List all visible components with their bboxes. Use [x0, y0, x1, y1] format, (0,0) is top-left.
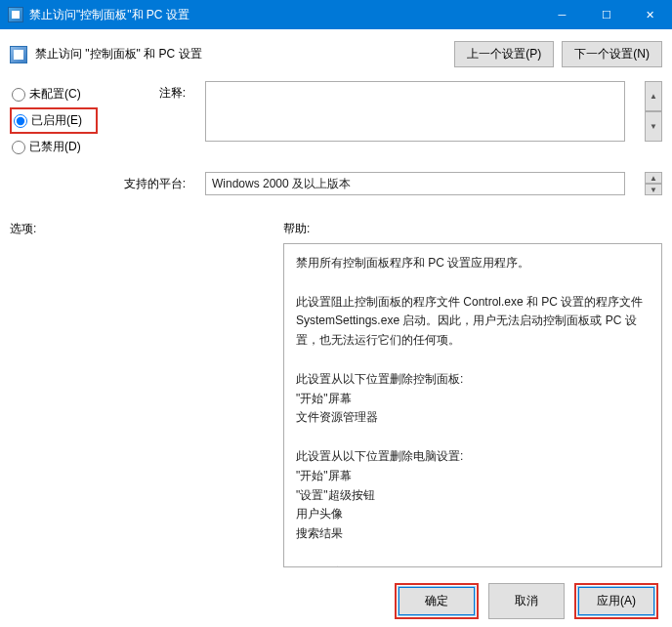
spinner-down[interactable]: ▼ — [645, 184, 662, 195]
radio-enabled-label: 已启用(E) — [31, 112, 82, 129]
title-bar: 禁止访问"控制面板"和 PC 设置 ─ ☐ ✕ — [0, 0, 672, 29]
options-panel — [10, 243, 273, 567]
window-controls: ─ ☐ ✕ — [540, 0, 672, 29]
state-radios: 未配置(C) 已启用(E) 已禁用(D) — [10, 81, 98, 160]
help-section-label: 帮助: — [283, 221, 662, 237]
ok-button[interactable]: 确定 — [399, 587, 475, 615]
previous-setting-button[interactable]: 上一个设置(P) — [454, 41, 554, 67]
app-icon — [8, 7, 23, 22]
radio-not-configured-label: 未配置(C) — [29, 86, 81, 103]
minimize-button[interactable]: ─ — [540, 0, 584, 29]
spinner-up[interactable]: ▲ — [645, 172, 662, 184]
radio-disabled-input[interactable] — [12, 141, 25, 154]
options-section-label: 选项: — [10, 221, 283, 237]
comment-label: 注释: — [117, 81, 186, 102]
platform-value: Windows 2000 及以上版本 — [205, 172, 625, 195]
header-row: 禁止访问 "控制面板" 和 PC 设置 上一个设置(P) 下一个设置(N) — [0, 29, 672, 77]
close-button[interactable]: ✕ — [628, 0, 672, 29]
spinner-up[interactable]: ▲ — [645, 81, 662, 111]
radio-not-configured[interactable]: 未配置(C) — [10, 81, 98, 107]
policy-title: 禁止访问 "控制面板" 和 PC 设置 — [35, 46, 446, 63]
apply-button[interactable]: 应用(A) — [578, 587, 654, 615]
comment-spinner: ▲ ▼ — [645, 81, 662, 142]
radio-not-configured-input[interactable] — [12, 88, 25, 102]
ok-highlight: 确定 — [395, 583, 479, 619]
comment-textarea[interactable] — [205, 81, 625, 142]
platform-label: 支持的平台: — [117, 172, 186, 195]
radio-enabled-input[interactable] — [14, 114, 27, 128]
radio-enabled[interactable]: 已启用(E) — [10, 107, 98, 134]
next-setting-button[interactable]: 下一个设置(N) — [562, 41, 662, 67]
radio-disabled[interactable]: 已禁用(D) — [10, 134, 98, 160]
policy-icon — [10, 46, 27, 63]
radio-disabled-label: 已禁用(D) — [29, 139, 81, 155]
spinner-down[interactable]: ▼ — [645, 111, 662, 142]
dialog-footer: 确定 取消 应用(A) — [0, 583, 672, 619]
help-text-box[interactable]: 禁用所有控制面板程序和 PC 设置应用程序。 此设置阻止控制面板的程序文件 Co… — [283, 243, 662, 567]
apply-highlight: 应用(A) — [574, 583, 658, 619]
maximize-button[interactable]: ☐ — [584, 0, 628, 29]
platform-spinner: ▲ ▼ — [645, 172, 662, 195]
cancel-button[interactable]: 取消 — [488, 583, 565, 619]
window-title: 禁止访问"控制面板"和 PC 设置 — [29, 7, 540, 23]
